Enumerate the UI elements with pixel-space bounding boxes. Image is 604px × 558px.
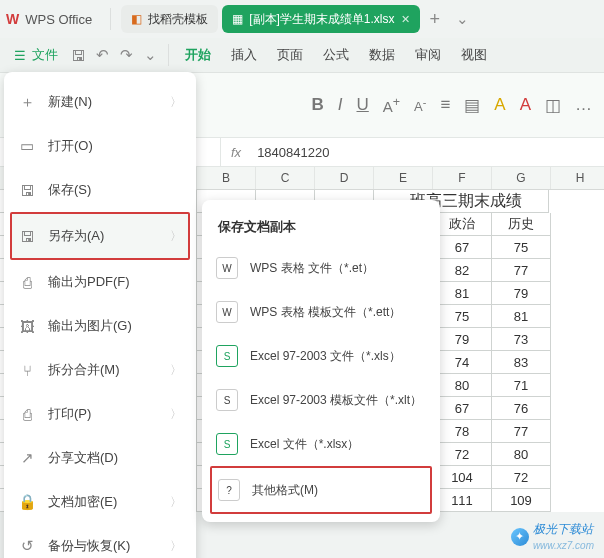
cell[interactable]: 75 [433, 305, 492, 328]
file-menu-item[interactable]: ⎙打印(P)〉 [4, 392, 196, 436]
file-menu-item[interactable]: ＋新建(N)〉 [4, 80, 196, 124]
saveas-format-item[interactable]: ?其他格式(M) [210, 466, 432, 514]
menu-item-icon: ↗ [18, 449, 36, 467]
menu-item-label: 备份与恢复(K) [48, 537, 130, 555]
font-decrease-icon[interactable]: A- [410, 96, 430, 114]
saveas-submenu: 保存文档副本WWPS 表格 文件（*.et）WWPS 表格 模板文件（*.ett… [202, 200, 440, 522]
cell[interactable]: 75 [492, 236, 551, 259]
borders-icon[interactable]: ◫ [541, 95, 565, 116]
format-label: Excel 97-2003 文件（*.xls） [250, 348, 401, 365]
file-menu-item[interactable]: 🖫保存(S) [4, 168, 196, 212]
file-menu-item[interactable]: ⑂拆分合并(M)〉 [4, 348, 196, 392]
file-menu-item[interactable]: ⎙输出为PDF(F) [4, 260, 196, 304]
title-bar: W WPS Office ◧ 找稻壳模板 ▦ [副本]学生期末成绩单1.xlsx… [0, 0, 604, 38]
menu-tab-视图[interactable]: 视图 [451, 42, 497, 68]
menu-tab-页面[interactable]: 页面 [267, 42, 313, 68]
file-menu-item[interactable]: 🖼输出为图片(G) [4, 304, 196, 348]
cell[interactable]: 71 [492, 374, 551, 397]
saveas-format-item[interactable]: SExcel 97-2003 模板文件（*.xlt） [202, 378, 440, 422]
watermark-url: www.xz7.com [533, 540, 594, 551]
app-name: WPS Office [25, 12, 92, 27]
cell[interactable]: 82 [433, 259, 492, 282]
cell[interactable]: 73 [492, 328, 551, 351]
menu-tab-数据[interactable]: 数据 [359, 42, 405, 68]
cell[interactable]: 77 [492, 420, 551, 443]
tab-workbook[interactable]: ▦ [副本]学生期末成绩单1.xlsx ✕ [222, 5, 419, 33]
menu-tab-开始[interactable]: 开始 [175, 42, 221, 68]
cell[interactable]: 80 [433, 374, 492, 397]
col-header[interactable]: F [433, 167, 492, 189]
font-color-icon[interactable]: A [516, 95, 535, 115]
header-cell[interactable]: 历史 [492, 213, 551, 236]
qat-more-chevron-icon[interactable]: ⌄ [138, 43, 162, 67]
cell[interactable]: 78 [433, 420, 492, 443]
tab-label: 找稻壳模板 [148, 11, 208, 28]
file-menu-button[interactable]: ☰ 文件 [6, 42, 66, 68]
tab-overflow-chevron-icon[interactable]: ⌄ [450, 7, 474, 31]
menu-tab-审阅[interactable]: 审阅 [405, 42, 451, 68]
cell[interactable]: 67 [433, 397, 492, 420]
underline-icon[interactable]: U [353, 95, 373, 115]
tab-template-store[interactable]: ◧ 找稻壳模板 [121, 5, 218, 33]
app-logo: W [6, 11, 19, 27]
saveas-format-item[interactable]: SExcel 97-2003 文件（*.xls） [202, 334, 440, 378]
redo-icon[interactable]: ↷ [114, 43, 138, 67]
cell[interactable]: 77 [492, 259, 551, 282]
cell[interactable]: 67 [433, 236, 492, 259]
undo-icon[interactable]: ↶ [90, 43, 114, 67]
saveas-format-item[interactable]: SExcel 文件（*.xlsx） [202, 422, 440, 466]
more-format-icon[interactable]: ▤ [460, 95, 484, 116]
save-icon[interactable]: 🖫 [66, 43, 90, 67]
cell[interactable]: 76 [492, 397, 551, 420]
file-menu-item[interactable]: ↺备份与恢复(K)〉 [4, 524, 196, 558]
cell[interactable]: 111 [433, 489, 492, 512]
chevron-right-icon: 〉 [170, 228, 182, 245]
saveas-format-item[interactable]: WWPS 表格 文件（*.et） [202, 246, 440, 290]
cell[interactable]: 81 [492, 305, 551, 328]
alignment-icon[interactable]: ≡ [436, 95, 454, 115]
col-header[interactable]: H [551, 167, 604, 189]
col-header[interactable]: E [374, 167, 433, 189]
file-menu-item[interactable]: 🔒文档加密(E)〉 [4, 480, 196, 524]
cell[interactable]: 81 [433, 282, 492, 305]
format-icon: W [216, 257, 238, 279]
col-header[interactable]: G [492, 167, 551, 189]
cell[interactable]: 72 [492, 466, 551, 489]
col-header[interactable]: B [197, 167, 256, 189]
col-header[interactable]: D [315, 167, 374, 189]
header-cell[interactable]: 政治 [433, 213, 492, 236]
menu-tab-公式[interactable]: 公式 [313, 42, 359, 68]
fx-label[interactable]: fx [221, 145, 251, 160]
hamburger-icon: ☰ [14, 48, 28, 63]
fill-color-icon[interactable]: A [490, 95, 509, 115]
bold-icon[interactable]: B [307, 95, 327, 115]
cell[interactable]: 83 [492, 351, 551, 374]
file-menu-item[interactable]: ↗分享文档(D) [4, 436, 196, 480]
cell[interactable]: 104 [433, 466, 492, 489]
ribbon-overflow-icon[interactable]: … [571, 95, 596, 115]
cell[interactable]: 74 [433, 351, 492, 374]
font-increase-icon[interactable]: A+ [379, 95, 404, 115]
tab-close-icon[interactable]: ✕ [401, 13, 410, 26]
cell[interactable]: 109 [492, 489, 551, 512]
divider [110, 8, 111, 30]
menu-tab-插入[interactable]: 插入 [221, 42, 267, 68]
col-header[interactable]: C [256, 167, 315, 189]
new-tab-button[interactable]: + [424, 9, 447, 30]
cell[interactable]: 72 [433, 443, 492, 466]
menu-item-label: 新建(N) [48, 93, 92, 111]
site-watermark: ✦ 极光下载站 www.xz7.com [511, 521, 594, 552]
cell[interactable]: 79 [492, 282, 551, 305]
file-menu-item[interactable]: 🖫另存为(A)〉 [10, 212, 190, 260]
cell[interactable]: 80 [492, 443, 551, 466]
format-icon: S [216, 345, 238, 367]
menu-bar: ☰ 文件 🖫 ↶ ↷ ⌄ 开始插入页面公式数据审阅视图 [0, 38, 604, 73]
format-icon: S [216, 389, 238, 411]
menu-item-label: 另存为(A) [48, 227, 104, 245]
italic-icon[interactable]: I [334, 95, 347, 115]
menu-item-icon: ⑂ [18, 362, 36, 379]
fx-value[interactable]: 1840841220 [251, 145, 335, 160]
saveas-format-item[interactable]: WWPS 表格 模板文件（*.ett） [202, 290, 440, 334]
file-menu-item[interactable]: ▭打开(O) [4, 124, 196, 168]
cell[interactable]: 79 [433, 328, 492, 351]
